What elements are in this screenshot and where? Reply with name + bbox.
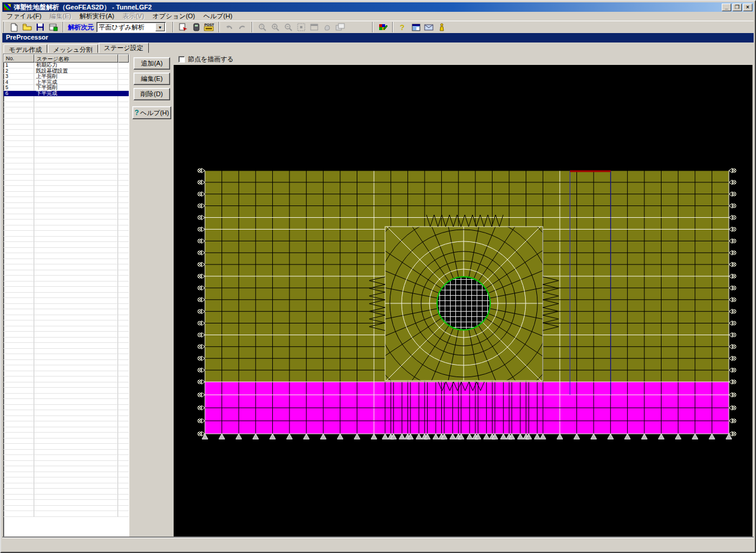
table-row[interactable]: [4, 276, 129, 282]
table-row[interactable]: [4, 326, 129, 332]
menu-view[interactable]: 表示(V): [118, 11, 148, 21]
table-row[interactable]: [4, 141, 129, 147]
table-row[interactable]: [4, 495, 129, 500]
table-row[interactable]: [4, 186, 129, 192]
table-row[interactable]: [4, 489, 129, 495]
table-row[interactable]: [4, 287, 129, 293]
table-row[interactable]: [4, 472, 129, 478]
table-row[interactable]: [4, 382, 129, 388]
table-row[interactable]: [4, 349, 129, 355]
table-row[interactable]: [4, 365, 129, 371]
table-row[interactable]: [4, 125, 129, 130]
table-row[interactable]: [4, 237, 129, 243]
table-row[interactable]: [4, 405, 129, 411]
column-header-no[interactable]: No.: [4, 54, 34, 63]
table-row[interactable]: 1初期応力: [4, 63, 129, 68]
menu-file[interactable]: ファイル(F): [2, 11, 45, 21]
edit-button[interactable]: 編集(E): [133, 73, 170, 85]
table-row[interactable]: 4上半完成: [4, 80, 129, 86]
menu-run-analysis[interactable]: 解析実行(A): [76, 11, 119, 21]
data-check-icon[interactable]: [190, 22, 203, 33]
table-row[interactable]: [4, 192, 129, 198]
table-row[interactable]: [4, 130, 129, 136]
table-row[interactable]: [4, 461, 129, 467]
table-row[interactable]: [4, 320, 129, 326]
table-row[interactable]: [4, 208, 129, 214]
table-row[interactable]: [4, 394, 129, 400]
table-row[interactable]: [4, 338, 129, 343]
mesh-canvas[interactable]: [174, 65, 752, 539]
table-row[interactable]: [4, 315, 129, 321]
table-row[interactable]: [4, 231, 129, 237]
table-row[interactable]: [4, 248, 129, 254]
table-row[interactable]: [4, 444, 129, 450]
table-row[interactable]: [4, 354, 129, 360]
new-file-icon[interactable]: [8, 22, 21, 33]
table-row[interactable]: [4, 270, 129, 276]
fem-mesh-view[interactable]: [174, 65, 752, 539]
table-row[interactable]: [4, 175, 129, 181]
table-row[interactable]: [4, 450, 129, 456]
table-row[interactable]: [4, 304, 129, 310]
table-row[interactable]: [4, 136, 129, 142]
table-row[interactable]: [4, 152, 129, 158]
stage-table[interactable]: No. ステージ名称 1初期応力2既設基礎設置3上半掘削4上半完成5下半掘削6下…: [3, 54, 129, 538]
open-folder-icon[interactable]: [21, 22, 34, 33]
close-button[interactable]: ×: [743, 4, 752, 11]
save-icon[interactable]: [34, 22, 47, 33]
table-row[interactable]: [4, 203, 129, 209]
table-row[interactable]: [4, 388, 129, 394]
menu-options[interactable]: オプション(O): [148, 11, 199, 21]
table-row[interactable]: [4, 102, 129, 108]
table-row[interactable]: [4, 427, 129, 433]
table-row[interactable]: [4, 309, 129, 315]
table-row[interactable]: [4, 119, 129, 125]
table-row[interactable]: [4, 264, 129, 270]
table-row[interactable]: [4, 214, 129, 220]
delete-button[interactable]: 削除(D): [133, 88, 170, 100]
table-row[interactable]: [4, 455, 129, 461]
table-row[interactable]: 3上半掘削: [4, 74, 129, 80]
chevron-down-icon[interactable]: ▼: [155, 23, 165, 31]
table-row[interactable]: [4, 439, 129, 444]
table-row[interactable]: [4, 298, 129, 304]
table-row[interactable]: [4, 225, 129, 231]
analysis-type-dropdown[interactable]: 平面ひずみ解析 ▼: [96, 22, 166, 32]
table-row[interactable]: [4, 259, 129, 265]
tab-stage-settings[interactable]: ステージ設定: [99, 42, 149, 53]
menu-edit[interactable]: 編集(E): [45, 11, 76, 21]
restore-button[interactable]: ❐: [732, 4, 742, 11]
help-button[interactable]: ?ヘルプ(H): [132, 106, 171, 119]
column-header-stage-name[interactable]: ステージ名称: [34, 54, 118, 63]
minimize-button[interactable]: _: [722, 4, 731, 11]
tab-model-create[interactable]: モデル作成: [4, 44, 47, 53]
table-row[interactable]: [4, 96, 129, 102]
table-row[interactable]: 6下半完成: [4, 91, 129, 97]
post-processor-icon[interactable]: POST: [203, 22, 216, 33]
table-row[interactable]: [4, 107, 129, 113]
table-row[interactable]: [4, 220, 129, 225]
table-row[interactable]: [4, 416, 129, 422]
table-row[interactable]: [4, 253, 129, 259]
menu-help[interactable]: ヘルプ(H): [199, 11, 236, 21]
table-row[interactable]: [4, 477, 129, 483]
table-row[interactable]: [4, 293, 129, 299]
table-row[interactable]: 2既設基礎設置: [4, 68, 129, 74]
table-row[interactable]: [4, 343, 129, 349]
table-row[interactable]: [4, 371, 129, 377]
analysis-settings-icon[interactable]: [47, 22, 60, 33]
feedback-mail-icon[interactable]: [422, 22, 435, 33]
tab-mesh-divide[interactable]: メッシュ分割: [48, 44, 98, 53]
table-row[interactable]: [4, 282, 129, 287]
table-row[interactable]: [4, 113, 129, 119]
draw-nodes-checkbox[interactable]: [178, 56, 185, 63]
table-row[interactable]: [4, 421, 129, 427]
add-button[interactable]: 追加(A): [133, 57, 170, 70]
table-row[interactable]: [4, 433, 129, 439]
table-row[interactable]: [4, 158, 129, 164]
table-row[interactable]: [4, 147, 129, 153]
table-row[interactable]: [4, 197, 129, 203]
table-row[interactable]: [4, 332, 129, 338]
notice-icon[interactable]: [435, 22, 448, 33]
table-row[interactable]: [4, 181, 129, 186]
